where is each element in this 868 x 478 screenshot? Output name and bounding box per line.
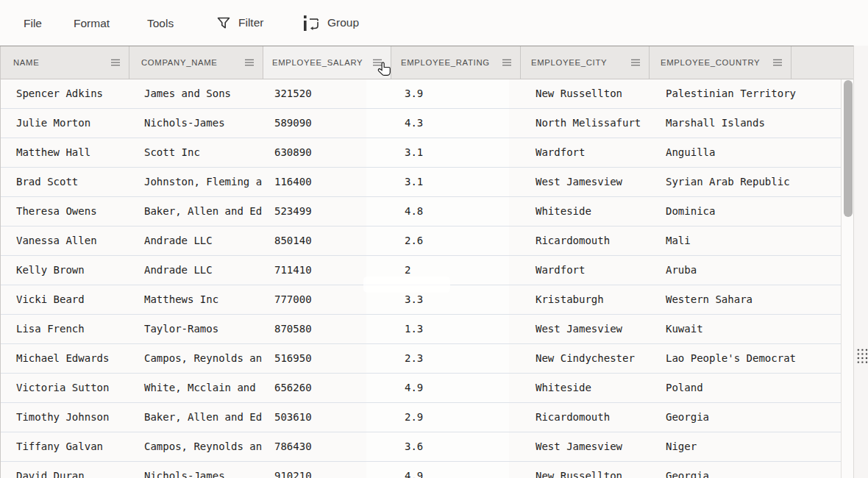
- grid-header: NAMECOMPANY_NAMEEMPLOYEE_SALARYEMPLOYEE_…: [0, 46, 853, 79]
- drag-handle-dots[interactable]: [855, 347, 868, 363]
- cell-rating: 3.6: [405, 440, 423, 452]
- column-header-country[interactable]: EMPLOYEE_COUNTRY: [650, 46, 791, 79]
- cell-name: Brad Scott: [16, 176, 78, 188]
- cell-salary: 850140: [274, 235, 312, 246]
- cell-city: Whiteside: [536, 382, 591, 393]
- column-header-company[interactable]: COMPANY_NAME: [129, 46, 263, 79]
- cell-salary: 589090: [274, 117, 312, 129]
- group-icon: [302, 13, 319, 32]
- table-row[interactable]: Spencer AdkinsJames and Sons3215203.9New…: [0, 79, 841, 109]
- cell-company: Matthews Inc: [144, 293, 218, 305]
- cell-rating: 2: [405, 264, 410, 276]
- cursor-pointer: [377, 61, 391, 78]
- cell-rating: 2.3: [405, 352, 423, 364]
- cell-company: Nichols-James: [144, 470, 225, 478]
- table-row[interactable]: Julie MortonNichols-James5890904.3North …: [0, 109, 841, 138]
- cell-city: New Russellton: [536, 470, 622, 478]
- cell-country: Western Sahara: [666, 293, 753, 305]
- cell-name: Tiffany Galvan: [16, 440, 103, 452]
- table-row[interactable]: Victoria SuttonWhite, Mcclain and6562604…: [0, 374, 841, 403]
- grid-body: Spencer AdkinsJames and Sons3215203.9New…: [0, 79, 841, 478]
- cell-name: Julie Morton: [16, 117, 90, 129]
- table-row[interactable]: Lisa FrenchTaylor-Ramos8705801.3West Jam…: [0, 315, 841, 344]
- cell-salary: 777000: [274, 293, 312, 305]
- menu-tools[interactable]: Tools: [147, 17, 174, 30]
- table-row[interactable]: Michael EdwardsCampos, Reynolds an516950…: [0, 344, 841, 374]
- cell-name: Vanessa Allen: [16, 235, 97, 246]
- data-grid: NAMECOMPANY_NAMEEMPLOYEE_SALARYEMPLOYEE_…: [0, 46, 854, 478]
- table-row[interactable]: Vanessa AllenAndrade LLC8501402.6Ricardo…: [0, 226, 841, 256]
- filter-button[interactable]: Filter: [217, 0, 263, 46]
- menu-format[interactable]: Format: [74, 17, 110, 30]
- column-menu-icon[interactable]: [631, 59, 640, 66]
- cell-country: Anguilla: [666, 146, 715, 158]
- cell-name: Michael Edwards: [16, 352, 109, 364]
- table-row[interactable]: David DuranNichols-James9102104.9New Rus…: [0, 462, 841, 478]
- cell-salary: 116400: [274, 176, 312, 188]
- column-menu-icon[interactable]: [111, 59, 120, 66]
- vertical-scrollbar: [841, 79, 853, 478]
- table-row[interactable]: Matthew HallScott Inc6308903.1WardfortAn…: [0, 138, 841, 168]
- cell-rating: 3.9: [405, 88, 423, 99]
- menu-file[interactable]: File: [24, 17, 42, 30]
- cell-rating: 3.1: [405, 146, 423, 158]
- drag-ghost: [363, 277, 450, 293]
- cell-salary: 516950: [274, 352, 312, 364]
- column-header-salary[interactable]: EMPLOYEE_SALARY: [263, 46, 391, 79]
- column-label: NAME: [0, 58, 39, 67]
- table-row[interactable]: Theresa OwensBaker, Allen and Ed5234994.…: [0, 197, 841, 226]
- cell-country: Syrian Arab Republic: [666, 176, 790, 188]
- cell-city: Wardfort: [536, 264, 585, 276]
- cell-company: Scott Inc: [144, 146, 200, 158]
- column-label: EMPLOYEE_RATING: [391, 58, 490, 67]
- cell-company: Nichols-James: [144, 117, 225, 129]
- cell-company: Campos, Reynolds an: [144, 352, 262, 364]
- table-row[interactable]: Brad ScottJohnston, Fleming a1164003.1We…: [0, 168, 841, 197]
- column-header-city[interactable]: EMPLOYEE_CITY: [521, 46, 650, 79]
- cell-salary: 630890: [274, 146, 312, 158]
- column-menu-icon[interactable]: [245, 59, 254, 66]
- table-row[interactable]: Timothy JohnsonBaker, Allen and Ed503610…: [0, 403, 841, 432]
- cell-rating: 2.6: [405, 235, 423, 246]
- cell-city: Ricardomouth: [536, 411, 610, 423]
- cell-name: David Duran: [16, 470, 85, 478]
- cell-country: Dominica: [666, 205, 715, 217]
- cell-company: James and Sons: [144, 88, 231, 99]
- column-menu-icon[interactable]: [773, 59, 782, 66]
- table-row[interactable]: Tiffany GalvanCampos, Reynolds an7864303…: [0, 432, 841, 462]
- cell-country: Aruba: [666, 264, 697, 276]
- column-header-name[interactable]: NAME: [0, 46, 129, 79]
- cell-salary: 503610: [274, 411, 312, 423]
- cell-city: West Jamesview: [536, 323, 622, 335]
- cell-city: Wardfort: [536, 146, 585, 158]
- column-header-rating[interactable]: EMPLOYEE_RATING: [391, 46, 521, 79]
- group-button[interactable]: Group: [302, 0, 359, 46]
- cell-city: North Melissafurt: [536, 117, 641, 129]
- filter-label: Filter: [238, 16, 263, 29]
- cell-company: White, Mcclain and: [144, 382, 256, 393]
- cell-company: Andrade LLC: [144, 264, 213, 276]
- cell-salary: 523499: [274, 205, 312, 217]
- column-label: EMPLOYEE_CITY: [521, 58, 607, 67]
- cell-country: Kuwait: [666, 323, 703, 335]
- cell-rating: 2.9: [405, 411, 423, 423]
- cell-salary: 870580: [274, 323, 312, 335]
- cell-company: Campos, Reynolds an: [144, 440, 262, 452]
- cell-country: Poland: [666, 382, 703, 393]
- group-label: Group: [327, 16, 359, 29]
- cell-name: Lisa French: [16, 323, 85, 335]
- filter-icon: [217, 17, 230, 29]
- cell-name: Matthew Hall: [16, 146, 90, 158]
- cell-name: Kelly Brown: [16, 264, 85, 276]
- cell-salary: 711410: [274, 264, 312, 276]
- cell-city: Ricardomouth: [536, 235, 610, 246]
- cell-city: New Russellton: [536, 88, 622, 99]
- scrollbar-thumb[interactable]: [844, 80, 853, 217]
- cell-country: Mali: [666, 235, 691, 246]
- cell-rating: 1.3: [405, 323, 423, 335]
- cell-rating: 4.9: [405, 382, 423, 393]
- cell-salary: 321520: [274, 88, 312, 99]
- cell-country: Georgia: [666, 411, 709, 423]
- column-menu-icon[interactable]: [502, 59, 511, 66]
- cell-company: Baker, Allen and Ed: [144, 411, 262, 423]
